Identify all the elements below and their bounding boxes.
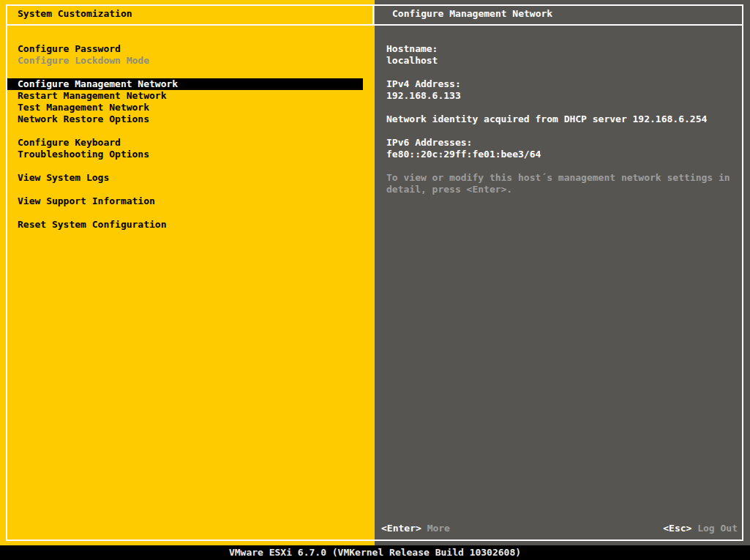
management-network-panel: Configure Management Network Hostname: l… [375,0,750,545]
menu-item-configure-keyboard[interactable]: Configure Keyboard [7,137,363,149]
menu-item-test-management-network[interactable]: Test Management Network [7,102,363,113]
dcui-screen: System Customization Configure PasswordC… [0,0,750,560]
console-main: System Customization Configure PasswordC… [0,0,750,545]
network-info: Hostname: localhost IPv4 Address: 192.16… [386,43,738,195]
right-title-underline [375,24,742,26]
header-divider-line [372,4,374,26]
menu-gap [7,67,363,78]
menu-item-view-support-information[interactable]: View Support Information [7,195,363,207]
hostname-label: Hostname: [386,43,738,55]
menu-item-troubleshooting-options[interactable]: Troubleshooting Options [7,149,363,160]
spacer [386,67,738,78]
left-title-underline [6,24,375,26]
enter-key-hint: <Enter> [381,523,421,534]
left-panel-title: System Customization [18,8,132,20]
esc-key-hint: <Esc> [663,523,691,534]
hint-line-2: detail, press <Enter>. [386,184,738,195]
menu-item-reset-system-configuration[interactable]: Reset System Configuration [7,219,363,231]
dhcp-notice: Network identity acquired from DHCP serv… [386,113,738,125]
enter-more-action[interactable]: <Enter> More [381,523,450,534]
ipv6-value: fe80::20c:29ff:fe01:bee3/64 [386,149,738,160]
enter-key-label: More [427,523,450,534]
menu-item-configure-password[interactable]: Configure Password [7,43,363,55]
esc-logout-action[interactable]: <Esc> Log Out [663,523,738,534]
version-status-bar: VMware ESXi 6.7.0 (VMKernel Release Buil… [0,545,750,560]
ipv4-value: 192.168.6.133 [386,90,738,102]
right-panel-title: Configure Management Network [392,8,552,20]
menu-gap [7,207,363,219]
menu-gap [7,125,363,137]
menu-list: Configure PasswordConfigure Lockdown Mod… [7,43,363,231]
key-hints-footer: <Enter> More <Esc> Log Out [381,523,738,534]
menu-item-configure-management-network[interactable]: Configure Management Network [7,78,363,90]
spacer [386,125,738,137]
menu-item-view-system-logs[interactable]: View System Logs [7,172,363,184]
ipv4-label: IPv4 Address: [386,78,738,90]
menu-item-configure-lockdown-mode[interactable]: Configure Lockdown Mode [7,55,363,67]
ipv6-label: IPv6 Addresses: [386,137,738,149]
spacer [386,160,738,172]
menu-gap [7,160,363,172]
menu-item-network-restore-options[interactable]: Network Restore Options [7,113,363,125]
spacer [386,102,738,113]
esc-key-label: Log Out [697,523,738,534]
hint-line-1: To view or modify this host´s management… [386,172,738,184]
menu-item-restart-management-network[interactable]: Restart Management Network [7,90,363,102]
hostname-value: localhost [386,55,738,67]
menu-gap [7,184,363,195]
system-customization-panel: System Customization Configure PasswordC… [0,0,375,545]
